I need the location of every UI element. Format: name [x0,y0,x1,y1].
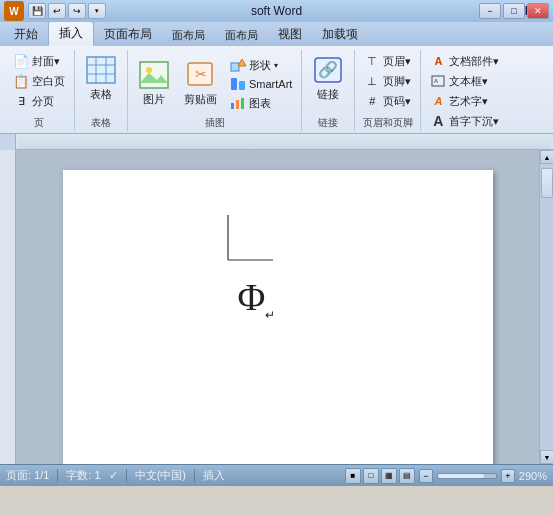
horizontal-ruler [0,134,553,150]
picture-label: 图片 [143,93,165,106]
page-break-button[interactable]: ∃ 分页 [10,92,57,110]
ribbon-group-headerfooter: ⊤ 页眉▾ ⊥ 页脚▾ # 页码▾ 页眉和页脚 [355,50,421,131]
insert-picture-button[interactable]: 图片 [134,57,174,108]
ribbon-group-tables: 表格 表格 [75,50,128,131]
footer-label: 页脚▾ [383,74,411,89]
svg-rect-12 [231,78,237,90]
wordart-label: 艺术字▾ [449,94,488,109]
undo-quick-btn[interactable]: ↩ [48,3,66,19]
clipart-button[interactable]: ✂ 剪贴画 [180,57,221,108]
picture-icon [138,59,170,91]
insert-table-button[interactable]: 表格 [81,52,121,103]
illustrations-group-label: 插图 [205,114,225,131]
view-fullread-btn[interactable]: □ [363,468,379,484]
hyperlink-button[interactable]: 🔗 链接 [308,52,348,103]
pagenumber-button[interactable]: # 页码▾ [361,92,414,110]
hyperlink-label: 链接 [317,88,339,101]
view-print-btn[interactable]: ■ [345,468,361,484]
textbox-label: 文本框▾ [449,74,488,89]
scroll-down-button[interactable]: ▼ [540,450,553,464]
wordart-button[interactable]: A 艺术字▾ [427,92,491,110]
clipart-label: 剪贴画 [184,93,217,106]
customize-quick-btn[interactable]: ▾ [88,3,106,19]
pages-group-label: 页 [34,114,44,131]
smartart-button[interactable]: SmartArt [227,75,295,93]
zoom-out-button[interactable]: − [419,469,433,483]
header-button[interactable]: ⊤ 页眉▾ [361,52,414,70]
svg-rect-16 [241,98,244,109]
ribbon-group-links: 🔗 链接 链接 [302,50,355,131]
zoom-level[interactable]: 290% [519,470,547,482]
ribbon: 📄 封面▾ 📋 空白页 ∃ 分页 页 [0,46,553,134]
links-group-label: 链接 [318,114,338,131]
word-count: 字数: 1 [66,468,100,483]
svg-rect-14 [231,103,234,109]
smartart-label: SmartArt [249,78,292,90]
language-label[interactable]: 中文(中国) [135,468,186,483]
quick-access-bar: 💾 ↩ ↪ ▾ [28,3,106,19]
table-label: 表格 [90,88,112,101]
view-outline-btn[interactable]: ▤ [399,468,415,484]
status-sep-1 [57,469,58,483]
blank-page-label: 空白页 [32,74,65,89]
close-button[interactable]: ✕ [527,3,549,19]
redo-quick-btn[interactable]: ↪ [68,3,86,19]
page-info: 页面: 1/1 [6,468,49,483]
tab-addins[interactable]: 加载项 [312,23,368,46]
tab-layout1[interactable]: 页面布局 [94,23,162,46]
docparts-label: 文档部件▾ [449,54,499,69]
zoom-slider-fill [438,474,484,478]
scroll-up-button[interactable]: ▲ [540,150,553,164]
document-page[interactable]: Φ↵ [63,170,493,464]
svg-point-6 [146,67,152,73]
spell-check-icon[interactable]: ✓ [109,469,118,482]
docparts-button[interactable]: A 文档部件▾ [427,52,502,70]
ribbon-group-pages: 📄 封面▾ 📋 空白页 ∃ 分页 页 [4,50,75,131]
svg-rect-10 [231,63,239,71]
tab-start[interactable]: 开始 [4,23,48,46]
scroll-track[interactable] [540,164,553,450]
tab-insert[interactable]: 插入 [48,21,94,46]
scroll-thumb[interactable] [541,168,553,198]
cover-page-button[interactable]: 📄 封面▾ [10,52,63,70]
status-sep-2 [126,469,127,483]
status-right: ■ □ ▦ ▤ − + 290% [345,468,547,484]
tables-group-label: 表格 [91,114,111,131]
maximize-button[interactable]: □ [503,3,525,19]
document-area: Φ↵ ▲ ▼ [0,134,553,464]
chart-icon [230,95,246,111]
tab-layout2[interactable]: 面布局 [162,25,215,46]
zoom-slider[interactable] [437,473,497,479]
svg-rect-0 [87,57,115,83]
svg-rect-13 [239,81,245,90]
doc-scroll-area: Φ↵ ▲ ▼ [0,150,553,464]
dropcap-button[interactable]: A 首字下沉▾ [427,112,502,130]
tab-layout3[interactable]: 面布局 [215,25,268,46]
save-quick-btn[interactable]: 💾 [28,3,46,19]
title-bar: W 💾 ↩ ↪ ▾ soft Word REat − □ ✕ [0,0,553,22]
dropcap-icon: A [430,113,446,129]
textbox-button[interactable]: A 文本框▾ [427,72,491,90]
tab-view[interactable]: 视图 [268,23,312,46]
minimize-button[interactable]: − [479,3,501,19]
view-web-btn[interactable]: ▦ [381,468,397,484]
svg-text:A: A [434,78,438,84]
blank-page-button[interactable]: 📋 空白页 [10,72,68,90]
shapes-button[interactable]: 形状 ▾ [227,56,295,74]
clipart-icon: ✂ [185,59,217,91]
chart-button[interactable]: 图表 [227,94,295,112]
pagenumber-label: 页码▾ [383,94,411,109]
dropcap-label: 首字下沉▾ [449,114,499,129]
ruler-corner [0,134,16,150]
phi-character: Φ↵ [238,275,276,323]
blank-page-icon: 📋 [13,73,29,89]
svg-rect-5 [140,62,168,88]
vertical-ruler [0,150,16,464]
svg-rect-15 [236,100,239,109]
footer-button[interactable]: ⊥ 页脚▾ [361,72,414,90]
page-canvas[interactable]: Φ↵ [16,150,539,464]
wordart-icon: A [430,93,446,109]
zoom-in-button[interactable]: + [501,469,515,483]
insert-mode[interactable]: 插入 [203,468,225,483]
vertical-scrollbar[interactable]: ▲ ▼ [539,150,553,464]
